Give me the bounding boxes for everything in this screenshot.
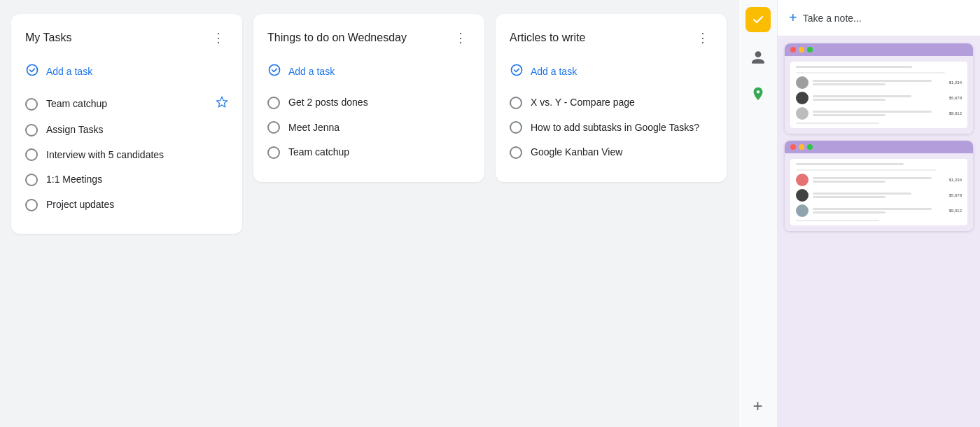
window-dot-yellow-2 bbox=[799, 144, 804, 150]
preview-titlebar-1 bbox=[785, 43, 973, 56]
preview-inner-2: $1,234 $5,678 bbox=[790, 159, 967, 225]
card-header-articles: Articles to write⋮ bbox=[510, 28, 713, 48]
avatar-4 bbox=[796, 174, 808, 186]
task-star-t1[interactable] bbox=[216, 96, 228, 112]
task-label-t2: Assign Tasks bbox=[46, 123, 228, 137]
task-label-t1: Team catchup bbox=[46, 97, 207, 111]
task-label-a1: X vs. Y - Compare page bbox=[531, 96, 713, 110]
task-checkbox-w1[interactable] bbox=[267, 97, 280, 109]
window-dot-yellow bbox=[799, 47, 804, 52]
svg-point-0 bbox=[27, 65, 38, 76]
task-label-a3: Google Kanban View bbox=[531, 146, 713, 160]
more-menu-button-wednesday[interactable]: ⋮ bbox=[451, 28, 470, 48]
task-checkbox-a2[interactable] bbox=[510, 121, 522, 134]
app-layout: My Tasks⋮ Add a task Team catchupAssign … bbox=[0, 0, 980, 427]
preview-body-1: $1,234 $5,678 bbox=[785, 56, 973, 134]
more-menu-button-articles[interactable]: ⋮ bbox=[693, 28, 713, 48]
person-button[interactable] bbox=[744, 43, 772, 71]
task-label-w1: Get 2 posts dones bbox=[288, 96, 470, 110]
preview-row-5: $5,678 bbox=[796, 189, 962, 202]
preview-row-4: $1,234 bbox=[796, 174, 962, 186]
task-checkbox-t4[interactable] bbox=[25, 174, 38, 186]
price-label: $1,234 bbox=[949, 80, 962, 85]
task-checkbox-a1[interactable] bbox=[510, 97, 522, 109]
task-checkbox-t1[interactable] bbox=[25, 98, 38, 111]
add-task-row-articles[interactable]: Add a task bbox=[510, 59, 713, 83]
more-menu-button-my-tasks[interactable]: ⋮ bbox=[209, 28, 228, 48]
task-item-t4[interactable]: 1:1 Meetings bbox=[25, 167, 228, 192]
google-tasks-button[interactable] bbox=[746, 7, 771, 32]
task-checkbox-t3[interactable] bbox=[25, 148, 38, 161]
task-card-my-tasks: My Tasks⋮ Add a task Team catchupAssign … bbox=[11, 14, 242, 234]
add-sidebar-button[interactable]: + bbox=[744, 392, 772, 420]
task-item-a2[interactable]: How to add subtasks in Google Tasks? bbox=[510, 115, 713, 141]
icon-sidebar: + bbox=[738, 0, 777, 427]
text-line bbox=[813, 83, 886, 85]
task-checkbox-t5[interactable] bbox=[25, 199, 38, 211]
preview-lines-2 bbox=[813, 95, 945, 101]
preview-titlebar-2 bbox=[785, 141, 973, 153]
note-panel: + Take a note... bbox=[777, 0, 980, 427]
window-dot-green-2 bbox=[807, 144, 813, 150]
note-preview-card-2[interactable]: $1,234 $5,678 bbox=[785, 141, 973, 231]
add-task-row-my-tasks[interactable]: Add a task bbox=[25, 59, 228, 83]
add-task-label-my-tasks: Add a task bbox=[46, 66, 92, 77]
task-item-t1[interactable]: Team catchup bbox=[25, 90, 228, 118]
add-task-icon-wednesday bbox=[267, 63, 281, 79]
svg-rect-3 bbox=[750, 12, 766, 27]
text-line bbox=[813, 177, 932, 179]
task-label-a2: How to add subtasks in Google Tasks? bbox=[531, 121, 713, 135]
task-checkbox-t2[interactable] bbox=[25, 124, 38, 136]
preview-row-3: $9,012 bbox=[796, 107, 962, 120]
text-line bbox=[813, 80, 932, 82]
preview-row-2: $5,678 bbox=[796, 92, 962, 104]
task-item-a3[interactable]: Google Kanban View bbox=[510, 140, 713, 165]
price-label: $1,234 bbox=[949, 178, 962, 182]
take-note-text: Take a note... bbox=[803, 13, 862, 24]
preview-row-6: $9,012 bbox=[796, 204, 962, 217]
task-item-t3[interactable]: Interview with 5 candidates bbox=[25, 143, 228, 168]
task-card-wednesday: Things to do on Wednesday⋮ Add a task Ge… bbox=[253, 14, 484, 182]
task-label-w2: Meet Jenna bbox=[288, 121, 470, 135]
svg-point-1 bbox=[270, 65, 280, 76]
maps-button[interactable] bbox=[744, 80, 772, 108]
card-title-wednesday: Things to do on Wednesday bbox=[267, 31, 407, 44]
task-label-w3: Team catchup bbox=[288, 146, 470, 160]
preview-body-2: $1,234 $5,678 bbox=[785, 153, 973, 231]
task-item-w1[interactable]: Get 2 posts dones bbox=[267, 90, 470, 115]
avatar-5 bbox=[796, 189, 808, 202]
task-item-a1[interactable]: X vs. Y - Compare page bbox=[510, 90, 713, 115]
preview-lines-6 bbox=[813, 208, 945, 214]
avatar-3 bbox=[796, 107, 808, 120]
price-label: $9,012 bbox=[949, 111, 962, 115]
window-dot-green bbox=[807, 47, 813, 52]
task-item-w2[interactable]: Meet Jenna bbox=[267, 115, 470, 141]
take-note-header[interactable]: + Take a note... bbox=[778, 0, 980, 36]
note-preview-card-1[interactable]: $1,234 $5,678 bbox=[785, 43, 973, 134]
price-label: $5,678 bbox=[949, 96, 962, 100]
note-cards-area: $1,234 $5,678 bbox=[778, 36, 980, 427]
preview-lines-1 bbox=[813, 80, 945, 85]
add-task-row-wednesday[interactable]: Add a task bbox=[267, 59, 470, 83]
task-label-t5: Project updates bbox=[46, 198, 228, 212]
task-item-t5[interactable]: Project updates bbox=[25, 192, 228, 218]
avatar-6 bbox=[796, 204, 808, 217]
preview-lines-5 bbox=[813, 192, 945, 198]
take-note-plus-icon: + bbox=[789, 10, 797, 26]
task-checkbox-w3[interactable] bbox=[267, 146, 280, 159]
card-header-my-tasks: My Tasks⋮ bbox=[25, 28, 228, 48]
text-line bbox=[813, 211, 886, 214]
card-title-my-tasks: My Tasks bbox=[25, 31, 71, 44]
task-item-w3[interactable]: Team catchup bbox=[267, 140, 470, 165]
svg-point-2 bbox=[512, 65, 522, 76]
task-checkbox-a3[interactable] bbox=[510, 146, 522, 159]
cards-area: My Tasks⋮ Add a task Team catchupAssign … bbox=[0, 0, 738, 427]
text-line bbox=[813, 99, 886, 101]
window-dot-red-2 bbox=[790, 144, 796, 150]
task-card-articles: Articles to write⋮ Add a task X vs. Y - … bbox=[496, 14, 727, 182]
task-checkbox-w2[interactable] bbox=[267, 121, 280, 134]
task-item-t2[interactable]: Assign Tasks bbox=[25, 118, 228, 143]
text-line bbox=[813, 192, 911, 195]
add-task-label-articles: Add a task bbox=[531, 66, 577, 77]
add-task-icon-my-tasks bbox=[25, 63, 39, 79]
